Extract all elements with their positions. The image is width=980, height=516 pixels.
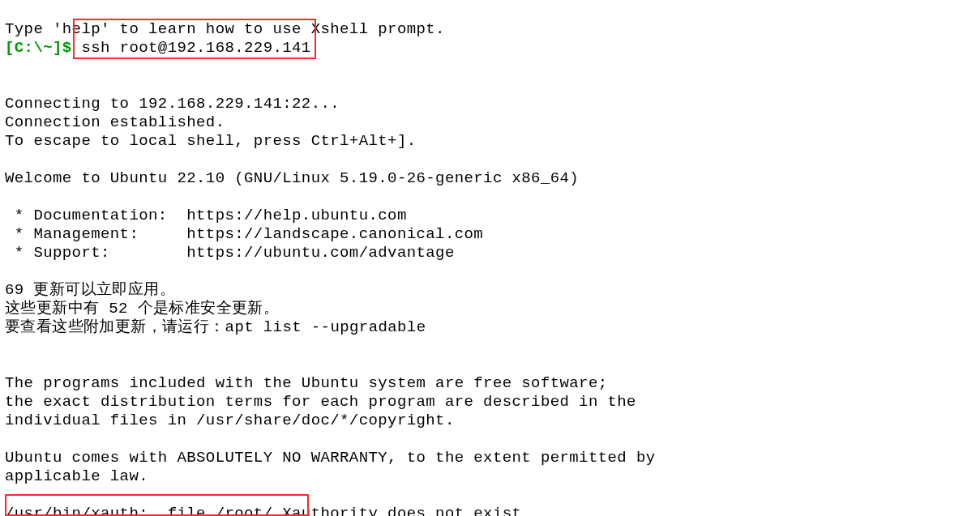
- ssh-command: ssh root@192.168.229.141: [81, 39, 310, 57]
- support-line: * Support: https://ubuntu.com/advantage: [5, 244, 455, 262]
- programs-line-2: the exact distribution terms for each pr…: [5, 393, 636, 411]
- xauth-line: /usr/bin/xauth: file /root/.Xauthority d…: [5, 505, 521, 516]
- established-line: Connection established.: [5, 113, 225, 131]
- connecting-line: Connecting to 192.168.229.141:22...: [5, 95, 340, 113]
- doc-line: * Documentation: https://help.ubuntu.com: [5, 207, 407, 224]
- welcome-line: Welcome to Ubuntu 22.10 (GNU/Linux 5.19.…: [5, 169, 579, 187]
- warranty-line-2: applicable law.: [5, 467, 148, 485]
- terminal-output[interactable]: Type 'help' to learn how to use Xshell p…: [0, 0, 980, 516]
- programs-line-3: individual files in /usr/share/doc/*/cop…: [5, 412, 455, 429]
- warranty-line-1: Ubuntu comes with ABSOLUTELY NO WARRANTY…: [5, 449, 656, 467]
- updates-line-2: 这些更新中有 52 个是标准安全更新。: [5, 300, 279, 318]
- updates-line-3: 要查看这些附加更新，请运行：apt list --upgradable: [5, 318, 426, 336]
- updates-line-1: 69 更新可以立即应用。: [5, 281, 175, 299]
- escape-line: To escape to local shell, press Ctrl+Alt…: [5, 132, 416, 150]
- programs-line-1: The programs included with the Ubuntu sy…: [5, 374, 608, 392]
- mgmt-line: * Management: https://landscape.canonica…: [5, 225, 483, 243]
- local-prompt-prefix: [C:\~]$: [5, 39, 81, 57]
- intro-line: Type 'help' to learn how to use Xshell p…: [5, 20, 445, 38]
